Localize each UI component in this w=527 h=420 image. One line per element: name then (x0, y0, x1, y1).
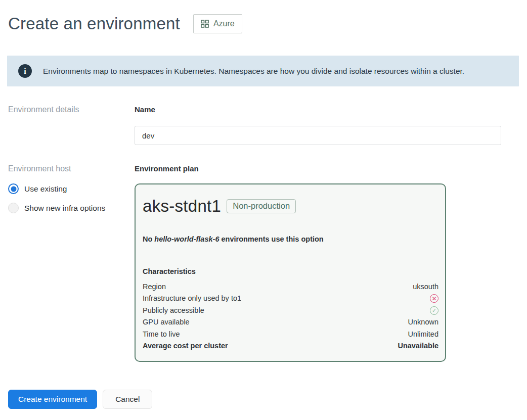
grid-icon (201, 20, 209, 28)
info-banner: i Environments map to namespaces in Kube… (7, 56, 519, 86)
info-banner-text: Environments map to namespaces in Kubern… (43, 67, 464, 76)
radio-label: Show new infra options (24, 204, 105, 213)
section-label-environment-host: Environment host (8, 164, 71, 173)
host-row: Environment host Use existing Show new i… (8, 164, 519, 362)
cross-circle-icon: ✕ (430, 294, 438, 303)
characteristics-list: Region uksouth Infrastructure only used … (143, 281, 438, 352)
check-circle-icon: ✓ (430, 306, 438, 315)
create-environment-page: Create an environment Azure i Environmen… (0, 0, 527, 420)
footer-actions: Create environment Cancel (8, 390, 519, 409)
radio-selected-icon (8, 183, 19, 194)
environment-plan-label: Environment plan (135, 164, 519, 173)
details-row: Environment details Name (8, 105, 519, 145)
characteristic-value: Unavailable (398, 342, 438, 350)
characteristic-label: GPU available (143, 318, 190, 326)
cancel-button[interactable]: Cancel (103, 390, 152, 409)
characteristic-row: Region uksouth (143, 281, 438, 293)
environment-plan-card[interactable]: aks-stdnt1 Non-production No hello-world… (135, 183, 446, 362)
name-label: Name (135, 105, 519, 114)
create-environment-button[interactable]: Create environment (8, 390, 97, 409)
page-title: Create an environment (8, 14, 180, 33)
plan-badge-non-production: Non-production (227, 199, 296, 213)
characteristic-row: Infrastructure only used by to1 ✕ (143, 293, 438, 305)
form: Environment details Name Environment hos… (8, 105, 519, 362)
characteristic-label: Publicly accessible (143, 306, 204, 314)
radio-use-existing[interactable]: Use existing (8, 183, 135, 194)
characteristic-label: Time to live (143, 330, 180, 338)
characteristic-row: GPU available Unknown (143, 316, 438, 329)
page-header: Create an environment Azure (8, 14, 519, 33)
plan-title-row: aks-stdnt1 Non-production (143, 197, 438, 216)
characteristic-row: Time to live Unlimited (143, 328, 438, 340)
characteristic-label: Infrastructure only used by to1 (143, 294, 241, 302)
characteristic-row: Average cost per cluster Unavailable (143, 340, 438, 352)
characteristics-title: Characteristics (143, 267, 438, 275)
usage-note-project: hello-world-flask-6 (154, 235, 219, 243)
characteristic-row: Publicly accessible ✓ (143, 304, 438, 316)
characteristic-value: uksouth (413, 283, 438, 291)
usage-note-prefix: No (143, 235, 154, 243)
characteristic-value: ✓ (430, 306, 438, 315)
plan-usage-note: No hello-world-flask-6 environments use … (143, 235, 438, 243)
radio-show-new-infra-options[interactable]: Show new infra options (8, 203, 135, 213)
provider-badge-label: Azure (213, 19, 235, 28)
radio-label: Use existing (24, 184, 67, 194)
name-input[interactable] (135, 126, 501, 145)
characteristic-label: Average cost per cluster (143, 342, 228, 350)
characteristic-value: Unlimited (408, 330, 438, 338)
host-options-group: Use existing Show new infra options (8, 183, 135, 213)
characteristic-value: Unknown (408, 318, 438, 326)
provider-badge-azure[interactable]: Azure (193, 14, 242, 33)
characteristic-value: ✕ (430, 294, 438, 303)
plan-title: aks-stdnt1 (143, 197, 221, 216)
usage-note-suffix: environments use this option (219, 235, 323, 243)
radio-unselected-icon (8, 203, 19, 213)
characteristic-label: Region (143, 283, 166, 291)
section-label-environment-details: Environment details (8, 105, 79, 114)
info-icon: i (18, 64, 32, 78)
